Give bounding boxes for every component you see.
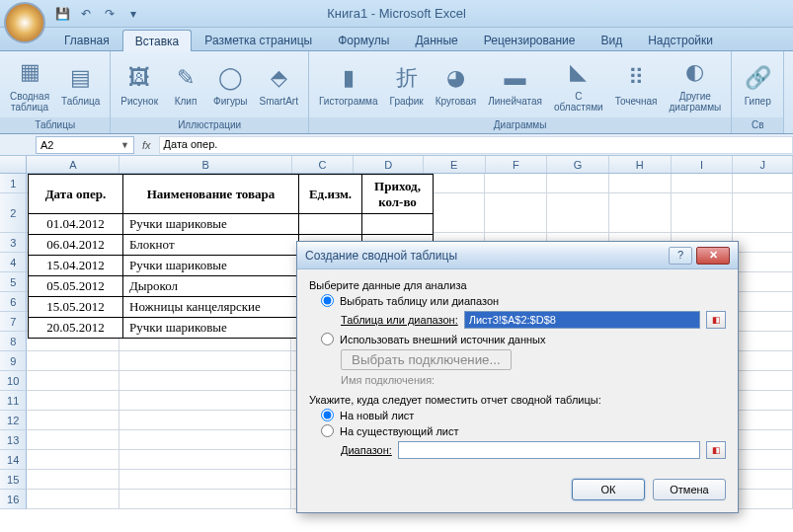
cell-J13[interactable] — [733, 430, 793, 450]
cell-J12[interactable] — [733, 411, 793, 430]
tab-Рецензирование[interactable]: Рецензирование — [471, 29, 589, 50]
cell-A10[interactable] — [27, 371, 119, 391]
redo-icon[interactable]: ↷ — [101, 5, 119, 23]
row-header-4[interactable]: 4 — [0, 253, 27, 272]
table-cell[interactable]: 01.04.2012 — [29, 214, 123, 235]
bar-chart-button[interactable]: ▬Линейчатая — [484, 60, 546, 109]
formula-input[interactable]: Дата опер. — [159, 136, 793, 154]
range-input[interactable] — [464, 311, 700, 329]
row-header-10[interactable]: 10 — [0, 371, 27, 391]
cell-B9[interactable] — [119, 351, 291, 371]
col-header-F[interactable]: F — [486, 156, 548, 173]
col-header-E[interactable]: E — [424, 156, 486, 173]
cell-J10[interactable] — [733, 371, 793, 391]
tab-Надстройки[interactable]: Надстройки — [635, 29, 726, 50]
select-all-corner[interactable] — [0, 156, 27, 173]
dest-input[interactable] — [398, 441, 700, 459]
row-header-15[interactable]: 15 — [0, 470, 27, 490]
cell-B10[interactable] — [119, 371, 291, 391]
cell-A14[interactable] — [27, 450, 119, 470]
close-button[interactable]: ✕ — [696, 247, 730, 265]
row-header-6[interactable]: 6 — [0, 292, 27, 312]
pie-chart-button[interactable]: ◕Круговая — [432, 60, 480, 109]
cell-H2[interactable] — [609, 193, 672, 233]
cell-G1[interactable] — [547, 174, 609, 193]
cell-A16[interactable] — [27, 490, 119, 509]
cell-I1[interactable] — [672, 174, 734, 193]
cell-F2[interactable] — [485, 193, 547, 233]
row-header-11[interactable]: 11 — [0, 391, 27, 411]
cell-A13[interactable] — [27, 430, 119, 450]
radio-select-range[interactable]: Выбрать таблицу или диапазон — [321, 294, 726, 307]
col-header-D[interactable]: D — [354, 156, 424, 173]
table-cell[interactable]: 05.05.2012 — [29, 276, 123, 297]
qat-dropdown-icon[interactable]: ▾ — [124, 5, 142, 23]
scatter-chart-button[interactable]: ⠿Точечная — [611, 60, 662, 109]
other-charts-button[interactable]: ◐Другие диаграммы — [666, 55, 726, 114]
row-header-9[interactable]: 9 — [0, 351, 27, 371]
shapes-button[interactable]: ◯Фигуры — [209, 60, 251, 109]
row-header-13[interactable]: 13 — [0, 430, 27, 450]
ok-button[interactable]: ОК — [572, 479, 645, 500]
tab-Разметка страницы[interactable]: Разметка страницы — [192, 29, 325, 50]
cell-J4[interactable] — [733, 253, 793, 272]
table-cell[interactable]: Ручки шариковые — [123, 256, 299, 276]
row-header-2[interactable]: 2 — [0, 193, 27, 233]
cell-B13[interactable] — [119, 430, 291, 450]
col-header-C[interactable]: C — [292, 156, 355, 173]
row-header-8[interactable]: 8 — [0, 332, 27, 351]
col-header-H[interactable]: H — [609, 156, 672, 173]
cell-B15[interactable] — [119, 470, 291, 490]
radio-external-source[interactable]: Использовать внешний источник данных — [321, 333, 726, 345]
table-cell[interactable]: 20.05.2012 — [29, 318, 123, 339]
table-header[interactable]: Приход, кол-во — [362, 175, 434, 214]
table-cell[interactable]: Ручки шариковые — [123, 318, 299, 339]
cell-B14[interactable] — [119, 450, 291, 470]
chevron-down-icon[interactable]: ▼ — [120, 140, 129, 150]
area-chart-button[interactable]: ◣С областями — [550, 55, 607, 114]
save-icon[interactable]: 💾 — [53, 5, 71, 23]
row-header-5[interactable]: 5 — [0, 272, 27, 292]
table-button[interactable]: ▤Таблица — [57, 60, 104, 109]
table-cell[interactable]: Блокнот — [123, 235, 299, 256]
picture-button[interactable]: 🖼Рисунок — [117, 60, 162, 109]
cell-J11[interactable] — [733, 391, 793, 411]
row-header-1[interactable]: 1 — [0, 174, 27, 193]
help-button[interactable]: ? — [669, 247, 692, 265]
dest-ref-button[interactable]: ◧ — [706, 441, 726, 459]
column-chart-button[interactable]: ▮Гистограмма — [315, 60, 382, 109]
table-header[interactable]: Дата опер. — [29, 175, 123, 214]
cell-A15[interactable] — [27, 470, 119, 490]
tab-Формулы[interactable]: Формулы — [325, 29, 402, 50]
table-cell[interactable]: 06.04.2012 — [29, 235, 123, 256]
table-cell[interactable]: 15.04.2012 — [29, 256, 123, 276]
hyperlink-button[interactable]: 🔗Гипер — [738, 60, 777, 109]
tab-Вид[interactable]: Вид — [588, 29, 635, 50]
cell-J3[interactable] — [733, 233, 793, 253]
cell-J6[interactable] — [733, 292, 793, 312]
range-ref-button[interactable]: ◧ — [706, 311, 726, 329]
table-cell[interactable]: Ручки шариковые — [123, 214, 299, 235]
radio-external-input[interactable] — [321, 333, 334, 345]
name-box[interactable]: A2 ▼ — [36, 136, 134, 154]
cell-A12[interactable] — [27, 411, 119, 430]
line-chart-button[interactable]: 折График — [386, 60, 428, 109]
smartart-button[interactable]: ⬘SmartArt — [256, 60, 302, 109]
cell-G2[interactable] — [547, 193, 609, 233]
col-header-G[interactable]: G — [547, 156, 609, 173]
cell-B16[interactable] — [119, 490, 291, 509]
dialog-titlebar[interactable]: Создание сводной таблицы ? ✕ — [297, 242, 738, 269]
cell-J16[interactable] — [733, 490, 793, 509]
table-header[interactable]: Наименование товара — [123, 175, 299, 214]
cell-J8[interactable] — [733, 332, 793, 351]
cell-I2[interactable] — [672, 193, 734, 233]
col-header-I[interactable]: I — [672, 156, 734, 173]
table-cell[interactable] — [362, 214, 434, 235]
undo-icon[interactable]: ↶ — [77, 5, 95, 23]
table-cell[interactable]: Ножницы канцелярские — [123, 297, 299, 318]
row-header-16[interactable]: 16 — [0, 490, 27, 509]
row-header-3[interactable]: 3 — [0, 233, 27, 253]
fx-icon[interactable]: fx — [142, 139, 151, 151]
col-header-J[interactable]: J — [733, 156, 793, 173]
cell-H1[interactable] — [609, 174, 672, 193]
